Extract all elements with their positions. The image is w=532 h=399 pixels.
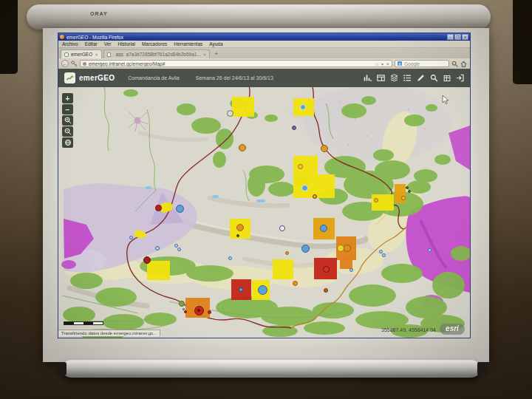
map-marker-circle[interactable]: [236, 224, 244, 231]
map-marker-circle[interactable]: [285, 251, 289, 255]
url-text: emergeo.intranet.gc/emergeo/Map#: [89, 61, 373, 66]
list-icon[interactable]: [403, 74, 412, 82]
map-marker-circle[interactable]: [374, 198, 378, 202]
map-marker-circle[interactable]: [174, 244, 178, 248]
site-identity-icon[interactable]: [83, 62, 86, 66]
map-marker-square[interactable]: [318, 174, 335, 198]
map-marker-blob[interactable]: [134, 230, 146, 239]
map-marker-circle[interactable]: [300, 104, 306, 110]
speaker-right: [513, 0, 532, 84]
menu-herramientas[interactable]: Herramientas: [174, 41, 202, 47]
map-marker-circle[interactable]: [344, 245, 351, 252]
map-marker-circle[interactable]: [176, 205, 184, 213]
map-marker-circle[interactable]: [379, 250, 383, 253]
map-marker-circle[interactable]: [321, 145, 328, 152]
map-marker-circle[interactable]: [183, 308, 185, 310]
menu-archivo[interactable]: Archivo: [62, 41, 78, 47]
map-marker-circle[interactable]: [179, 301, 185, 307]
map-marker-circle[interactable]: [184, 310, 187, 313]
map-marker-circle[interactable]: [313, 194, 317, 199]
map-marker-circle[interactable]: [428, 248, 432, 252]
map-marker-circle[interactable]: [177, 248, 181, 251]
speaker-left: [0, 0, 18, 74]
menu-ayuda[interactable]: Ayuda: [209, 41, 222, 47]
map-marker-circle[interactable]: [324, 288, 328, 293]
window-title-bar[interactable]: emerGEO - Mozilla Firefox – ❐ ✕: [58, 33, 470, 41]
app-brand: emerGEO: [79, 74, 115, 82]
map-marker-circle[interactable]: [236, 234, 239, 237]
map-marker-circle[interactable]: [382, 253, 386, 257]
map-marker-circle[interactable]: [155, 205, 162, 211]
map-marker-circle[interactable]: [320, 225, 327, 232]
window-title: emerGEO - Mozilla Firefox: [66, 35, 123, 40]
tab-ags[interactable]: _ags_a7a3d72858bf761a2d84b2b59a1... ✕: [103, 50, 211, 58]
map-marker-circle[interactable]: [408, 190, 411, 193]
search-engine-label: Google: [404, 61, 420, 66]
map-marker-circle[interactable]: [155, 246, 160, 250]
projector-brand-label: ORAY: [90, 11, 108, 16]
panels-icon[interactable]: [377, 74, 385, 82]
map-marker-circle[interactable]: [197, 309, 200, 312]
search-engine-icon[interactable]: g: [398, 61, 402, 66]
map-marker-circle[interactable]: [292, 126, 296, 130]
map-marker-circle[interactable]: [401, 196, 406, 200]
close-button[interactable]: ✕: [462, 34, 468, 40]
map-marker-circle[interactable]: [279, 225, 285, 231]
page-favicon: [107, 52, 111, 57]
tab-emergeo[interactable]: emerGEO ✕: [61, 50, 102, 58]
map-marker-circle[interactable]: [129, 236, 133, 239]
map-marker-circle[interactable]: [406, 186, 409, 189]
map-marker-square[interactable]: [340, 257, 352, 269]
map-marker-circle[interactable]: [239, 144, 246, 151]
zoom-out-button[interactable]: −: [62, 104, 73, 115]
map-marker-square[interactable]: [372, 194, 394, 211]
zoom-box-in-button[interactable]: [62, 115, 73, 126]
map-marker-square[interactable]: [395, 184, 406, 203]
full-extent-button[interactable]: [62, 137, 73, 148]
layers-icon[interactable]: [390, 74, 398, 82]
address-bar[interactable]: emergeo.intranet.gc/emergeo/Map# ☆ ▾ ✕: [80, 60, 392, 67]
draw-icon[interactable]: [417, 74, 425, 82]
url-dropdown-icon[interactable]: ▾: [381, 61, 383, 66]
exit-icon[interactable]: [456, 74, 464, 82]
zoom-box-out-button[interactable]: [62, 126, 73, 137]
chart-icon[interactable]: [364, 74, 372, 82]
map-viewport[interactable]: + − Transfiriendo datos desde emergeo.in…: [58, 87, 470, 338]
bookmark-star-icon[interactable]: ☆: [375, 61, 379, 66]
tab-close-icon[interactable]: ✕: [95, 52, 98, 57]
map-marker-circle[interactable]: [228, 256, 232, 260]
minimize-button[interactable]: –: [447, 34, 454, 40]
grid-icon[interactable]: [443, 75, 451, 82]
stop-icon[interactable]: ✕: [386, 61, 389, 66]
map-marker-circle[interactable]: [301, 245, 310, 253]
map-marker-circle[interactable]: [208, 310, 211, 314]
app-period-label: Semana 26 del 24/6/13 al 30/6/13: [196, 75, 273, 81]
search-input[interactable]: g Google: [395, 60, 449, 67]
map-marker-circle[interactable]: [239, 287, 243, 292]
menu-ver[interactable]: Ver: [104, 41, 112, 47]
maximize-button[interactable]: ❐: [454, 34, 461, 40]
map-marker-circle[interactable]: [227, 110, 233, 117]
map-marker-square[interactable]: [273, 259, 293, 279]
map-marker-circle[interactable]: [301, 185, 308, 191]
map-marker-square[interactable]: [293, 156, 318, 198]
back-button[interactable]: ←: [61, 60, 69, 67]
map-marker-circle[interactable]: [323, 266, 330, 273]
search-icon[interactable]: [430, 74, 438, 82]
map-marker-circle[interactable]: [298, 164, 303, 169]
map-marker-circle[interactable]: [293, 281, 298, 286]
map-marker-square[interactable]: [232, 97, 254, 117]
map-marker-circle[interactable]: [258, 285, 267, 295]
menu-historial[interactable]: Historial: [117, 41, 134, 47]
projector-screen-housing: [27, 4, 491, 30]
new-tab-button[interactable]: +: [212, 50, 220, 58]
menu-editar[interactable]: Editar: [85, 41, 98, 47]
firefox-icon: [60, 35, 64, 39]
tab-close-icon[interactable]: ✕: [203, 52, 207, 57]
zoom-in-button[interactable]: +: [62, 93, 73, 103]
menu-marcadores[interactable]: Marcadores: [142, 41, 167, 47]
map-marker-circle[interactable]: [349, 268, 353, 272]
map-marker-square[interactable]: [147, 261, 170, 280]
emergeo-header: emerGEO Comandancia de Avila Semana 26 d…: [58, 69, 470, 87]
map-marker-circle[interactable]: [143, 256, 151, 264]
